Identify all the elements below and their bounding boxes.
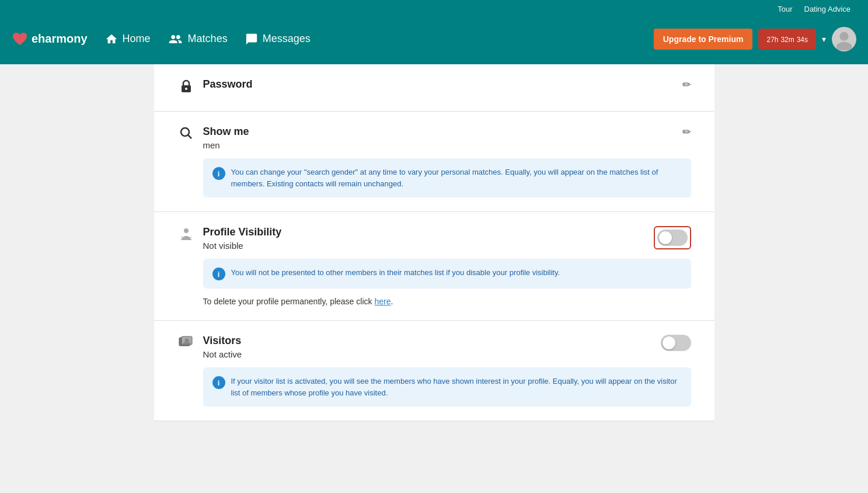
- password-title: Password: [203, 78, 253, 91]
- nav-right: Upgrade to Premium 27h 32m 34s ▾: [654, 27, 856, 51]
- settings-content: Password ✏ Show me men ✏ i: [154, 64, 714, 421]
- logo-text: eharmony: [32, 32, 88, 46]
- visibility-icon: [177, 227, 195, 247]
- profile-visibility-section: Profile Visibility Not visible i You wil…: [154, 212, 714, 321]
- visitors-toggle[interactable]: [661, 335, 691, 351]
- messages-icon: [245, 33, 258, 46]
- password-header: Password ✏: [177, 78, 691, 97]
- profile-visibility-left: Profile Visibility Not visible: [177, 226, 282, 251]
- timer-minutes: 32: [780, 36, 788, 44]
- nav-home[interactable]: Home: [105, 33, 151, 46]
- password-edit-icon[interactable]: ✏: [682, 78, 691, 91]
- dating-advice-link[interactable]: Dating Advice: [804, 5, 851, 13]
- password-left: Password: [177, 78, 253, 97]
- visitors-slider: [661, 335, 691, 351]
- visitors-left: Visitors Not active: [177, 335, 242, 359]
- user-avatar[interactable]: [832, 27, 856, 51]
- svg-point-6: [184, 228, 189, 233]
- svg-point-4: [181, 128, 189, 136]
- timer-s-label: s: [804, 36, 808, 44]
- show-me-header: Show me men ✏: [177, 126, 691, 150]
- visitors-icon: [177, 336, 195, 353]
- timer-badge: 27h 32m 34s: [758, 29, 816, 50]
- profile-visibility-slider: [657, 230, 688, 246]
- timer-seconds: 34: [797, 36, 804, 44]
- navbar: Tour Dating Advice eharmony Home: [0, 0, 868, 64]
- visitors-text-block: Visitors Not active: [203, 335, 242, 359]
- search-icon: [177, 127, 195, 143]
- profile-visibility-toggle[interactable]: [657, 230, 688, 246]
- delete-profile-text: To delete your profile permanently, plea…: [203, 297, 691, 306]
- timer-h-label: h: [775, 36, 779, 44]
- svg-line-5: [188, 136, 191, 139]
- visitors-title: Visitors: [203, 335, 242, 346]
- profile-visibility-info-icon: i: [212, 268, 225, 280]
- timer-m-label: m: [789, 36, 794, 44]
- visitors-status: Not active: [203, 349, 242, 359]
- show-me-section: Show me men ✏ i You can change your "sea…: [154, 112, 714, 212]
- user-dropdown-arrow[interactable]: ▾: [822, 34, 826, 44]
- show-me-value: men: [203, 140, 249, 150]
- home-icon: [105, 33, 118, 46]
- visitors-info-box: i If your visitor list is activated, you…: [203, 367, 691, 407]
- visitors-header: Visitors Not active: [177, 335, 691, 359]
- show-me-edit-icon[interactable]: ✏: [682, 126, 691, 138]
- password-section: Password ✏: [154, 64, 714, 112]
- delete-profile-link[interactable]: here: [374, 297, 391, 306]
- show-me-info-text: You can change your "search gender" at a…: [231, 166, 682, 189]
- profile-visibility-info-box: i You will not be presented to other mem…: [203, 259, 691, 289]
- lock-icon: [177, 79, 195, 97]
- show-me-left: Show me men: [177, 126, 249, 150]
- svg-point-1: [836, 41, 852, 50]
- visitors-toggle-container[interactable]: [661, 335, 691, 351]
- avatar-icon: [833, 28, 855, 50]
- upgrade-button[interactable]: Upgrade to Premium: [654, 29, 753, 50]
- svg-point-3: [185, 88, 187, 90]
- profile-visibility-content: i You will not be presented to other mem…: [203, 259, 691, 306]
- nav-links: Home Matches Messages: [105, 33, 636, 46]
- logo-icon: [12, 31, 28, 47]
- profile-visibility-toggle-container[interactable]: [654, 226, 691, 249]
- profile-visibility-header: Profile Visibility Not visible: [177, 226, 691, 251]
- show-me-info-box: i You can change your "search gender" at…: [203, 158, 691, 197]
- profile-visibility-status: Not visible: [203, 241, 282, 251]
- profile-visibility-info-text: You will not be presented to other membe…: [231, 267, 560, 279]
- visitors-info-text: If your visitor list is activated, you w…: [231, 376, 682, 398]
- visitors-info-icon: i: [212, 376, 225, 389]
- show-me-text-block: Show me men: [203, 126, 249, 150]
- tour-link[interactable]: Tour: [778, 5, 792, 13]
- profile-visibility-text-block: Profile Visibility Not visible: [203, 226, 282, 251]
- nav-messages[interactable]: Messages: [245, 33, 311, 46]
- svg-point-0: [839, 32, 848, 40]
- show-me-info-icon: i: [212, 167, 225, 180]
- matches-icon: [168, 33, 183, 46]
- nav-matches[interactable]: Matches: [168, 33, 228, 46]
- timer-hours: 27: [766, 36, 774, 44]
- profile-visibility-title: Profile Visibility: [203, 226, 282, 238]
- logo[interactable]: eharmony: [12, 31, 88, 47]
- show-me-title: Show me: [203, 126, 249, 137]
- visitors-section: Visitors Not active i If your visitor li…: [154, 321, 714, 421]
